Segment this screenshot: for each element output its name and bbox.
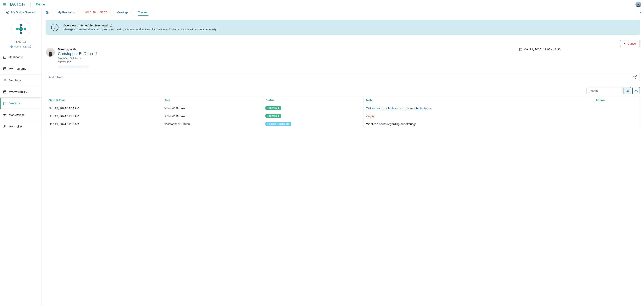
sidebar-item-label: Meetings: [9, 102, 21, 105]
brand-logo: BATOI®: [10, 2, 25, 6]
col-user[interactable]: User: [161, 96, 263, 104]
breadcrumbs: My Programs Tech B2B Meet Meetings Track…: [42, 9, 637, 16]
history-table: Date & Time User Status Note Action Dec …: [46, 96, 640, 128]
crumb-tech-b2b-meet[interactable]: Tech B2B Meet: [78, 9, 111, 16]
cell-note: Empty: [364, 112, 593, 120]
external-link-icon: [94, 52, 98, 55]
cell-user: David W. Barlow: [161, 112, 263, 120]
cell-status: Pending Acceptance: [263, 120, 364, 128]
col-datetime[interactable]: Date & Time: [46, 96, 161, 104]
svg-line-24: [111, 24, 112, 26]
sidebar-item-dashboard[interactable]: Dashboard: [0, 51, 42, 63]
sidebar-item-label: Marketplace: [9, 113, 25, 117]
topbar: BATOI® Bridge: [0, 0, 644, 9]
crumb-home[interactable]: [42, 9, 52, 16]
note-link[interactable]: Will join with my Tech team to discuss t…: [366, 106, 432, 110]
sidebar-item-my-availability[interactable]: My Availability: [0, 86, 42, 98]
sidebar-item-marketplace[interactable]: Marketplace: [0, 109, 42, 121]
cell-status: Scheduled: [263, 104, 364, 112]
back-label: My Bridge Spaces: [11, 10, 35, 14]
table-row: Dec 19, 2024 01:50 AM Christopher B. Dun…: [46, 120, 640, 128]
svg-point-7: [24, 28, 26, 30]
svg-point-15: [4, 79, 5, 80]
public-page-link[interactable]: Public Page: [10, 45, 31, 48]
crumb-my-programs[interactable]: My Programs: [52, 9, 78, 16]
home-icon: [46, 11, 49, 14]
account-name: Tech B2B: [0, 40, 42, 44]
meeting-avatar: [46, 48, 55, 56]
calendar-icon: [3, 102, 6, 105]
svg-point-8: [20, 32, 22, 34]
crumb-tracker[interactable]: Tracker: [132, 9, 152, 16]
svg-point-27: [49, 50, 51, 52]
user-icon: [3, 125, 6, 128]
download-icon: [634, 89, 638, 92]
brand: BATOI® Bridge: [10, 2, 45, 7]
calendar-icon: [3, 90, 6, 94]
note-input[interactable]: [49, 75, 634, 79]
info-banner: i Overview of Scheduled Meetings! Manage…: [46, 20, 640, 35]
cell-datetime: Dec 19, 2024 04:14 AM: [46, 104, 161, 112]
sidebar-item-my-programs[interactable]: My Programs: [0, 63, 42, 74]
search-input[interactable]: [588, 87, 620, 94]
cell-action: [593, 104, 640, 112]
table-toolbar: [46, 87, 640, 94]
meeting-contact-link[interactable]: Christopher B. Dunn: [58, 51, 98, 56]
cell-status: Scheduled: [263, 112, 364, 120]
sidebar-item-meetings[interactable]: Meetings: [0, 98, 42, 109]
cell-user: Christopher B. Dunn: [161, 120, 263, 128]
main: i Overview of Scheduled Meetings! Manage…: [42, 16, 644, 306]
calendar-icon: [519, 48, 522, 51]
back-my-bridge-spaces[interactable]: My Bridge Spaces: [0, 9, 42, 16]
col-note[interactable]: Note: [364, 96, 593, 104]
meeting-block: Meeting with Christopher B. Dunn BlockGe…: [46, 48, 640, 68]
external-link-icon[interactable]: [110, 24, 112, 27]
list-view-button[interactable]: [624, 87, 631, 94]
svg-point-23: [4, 125, 6, 127]
svg-rect-29: [520, 48, 522, 51]
calendar-icon: [3, 67, 6, 70]
external-link-icon: [28, 45, 31, 48]
sidebar-item-label: My Profile: [9, 125, 22, 128]
brand-divider: [30, 2, 31, 7]
svg-line-28: [96, 53, 97, 54]
meeting-id: 353782437: [58, 61, 98, 64]
meeting-company: BlockGen Solutions: [58, 57, 98, 60]
cell-user: David W. Barlow: [161, 104, 263, 112]
banner-desc: Manage and review all upcoming and past …: [64, 28, 217, 31]
crumb-meetings[interactable]: Meetings: [111, 9, 132, 16]
sidebar-item-my-profile[interactable]: My Profile: [0, 121, 42, 132]
svg-point-3: [638, 4, 639, 5]
cell-action: [593, 112, 640, 120]
svg-point-16: [5, 79, 6, 80]
cancel-button[interactable]: Cancel: [620, 40, 640, 47]
info-icon: i: [51, 24, 58, 31]
home-icon: [3, 55, 6, 59]
subbar: My Bridge Spaces My Programs Tech B2B Me…: [0, 9, 644, 16]
hamburger-menu-icon[interactable]: [3, 3, 6, 6]
download-button[interactable]: [632, 87, 640, 94]
svg-line-12: [30, 45, 31, 47]
note-input-row: [46, 73, 640, 81]
cell-datetime: Dec 19, 2024 01:50 AM: [46, 120, 161, 128]
col-action[interactable]: Action: [593, 96, 640, 104]
meeting-email-blurred: chris.dunn@blockgen.com: [58, 65, 98, 68]
sidebar-item-label: My Availability: [9, 90, 27, 93]
sidebar-item-members[interactable]: Members: [0, 74, 42, 86]
profile-avatar[interactable]: [636, 1, 641, 7]
col-status[interactable]: Status: [263, 96, 364, 104]
send-note-button[interactable]: [634, 75, 637, 79]
svg-rect-17: [4, 91, 6, 93]
svg-rect-13: [4, 67, 6, 70]
sidebar-item-label: Members: [9, 78, 21, 82]
status-badge: Pending Acceptance: [266, 122, 291, 126]
close-icon: [623, 42, 626, 45]
banner-title: Overview of Scheduled Meetings!: [64, 24, 217, 27]
cell-datetime: Dec 19, 2024 01:50 AM: [46, 112, 161, 120]
subbar-collapse-icon[interactable]: [637, 9, 644, 16]
brand-product[interactable]: Bridge: [36, 3, 45, 6]
table-header-row: Date & Time User Status Note Action: [46, 96, 640, 104]
meeting-date: Mar 19, 2025, 11:00 - 11:30: [519, 48, 640, 51]
note-empty[interactable]: Empty: [366, 114, 374, 118]
sidebar-item-label: My Programs: [9, 67, 26, 70]
